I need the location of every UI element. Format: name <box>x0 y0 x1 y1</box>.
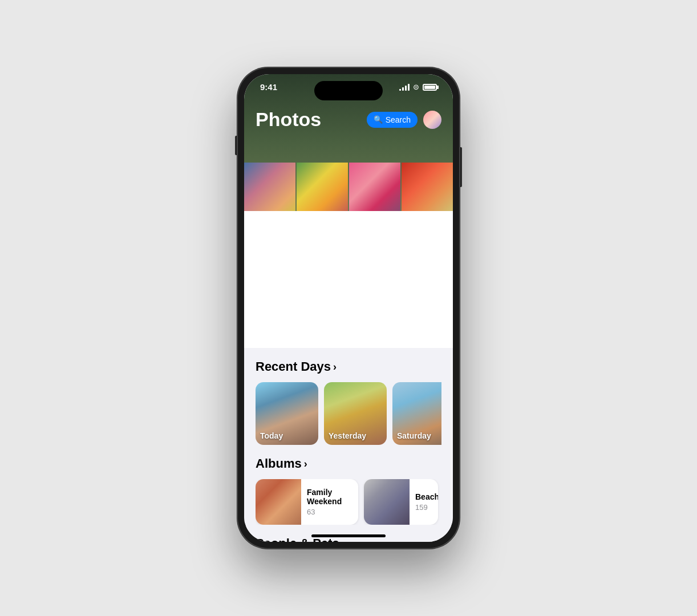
albums-row: Family Weekend 63 Beach 159 <box>256 479 441 525</box>
header-right: 🔍 Search <box>367 111 441 129</box>
status-time: 9:41 <box>260 82 277 92</box>
album-card-family-weekend[interactable]: Family Weekend 63 <box>256 479 358 525</box>
album-name-beach: Beach <box>415 492 438 501</box>
phone-frame: 9:41 ⊜ <box>237 67 460 549</box>
status-icons: ⊜ <box>399 83 437 91</box>
content-area: Recent Days › Today Yesterday <box>244 348 453 542</box>
albums-header[interactable]: Albums › <box>256 456 441 471</box>
header-photo-3 <box>349 163 400 211</box>
recent-days-section: Recent Days › Today Yesterday <box>244 359 453 445</box>
signal-bars-icon <box>399 84 410 91</box>
header-photo-4 <box>402 163 453 211</box>
signal-bar-3 <box>405 86 407 91</box>
recent-days-title: Recent Days <box>256 359 331 374</box>
day-card-today[interactable]: Today <box>256 382 318 445</box>
scroll-content[interactable]: Photos 🔍 Search Recent Days <box>244 74 453 542</box>
header-photo-1 <box>244 163 295 211</box>
albums-chevron: › <box>304 458 307 470</box>
battery-icon <box>423 84 437 91</box>
avatar[interactable] <box>423 111 441 129</box>
albums-section: Albums › Family Weekend 63 <box>244 456 453 525</box>
album-photo-beach <box>364 479 410 525</box>
album-name-family-weekend: Family Weekend <box>307 488 352 506</box>
header-photo-2 <box>297 163 348 211</box>
recent-days-header[interactable]: Recent Days › <box>256 359 441 374</box>
signal-bar-1 <box>399 89 401 91</box>
album-thumb-family-weekend <box>256 479 301 525</box>
people-pets-chevron: › <box>342 538 345 542</box>
day-label-saturday: Saturday <box>397 431 431 440</box>
album-count-family-weekend: 63 <box>307 508 352 516</box>
wifi-icon: ⊜ <box>413 83 419 91</box>
album-info-beach: Beach 159 <box>410 479 438 525</box>
signal-bar-4 <box>408 84 410 91</box>
header-photo-grid <box>244 163 453 211</box>
phone-screen: 9:41 ⊜ <box>244 74 453 542</box>
day-label-today: Today <box>260 431 283 440</box>
dynamic-island <box>314 81 383 100</box>
battery-fill <box>424 86 435 89</box>
signal-bar-2 <box>402 87 404 91</box>
search-icon: 🔍 <box>374 115 383 124</box>
search-button-label: Search <box>386 115 411 124</box>
day-card-saturday[interactable]: Saturday <box>392 382 441 445</box>
albums-title: Albums <box>256 456 302 471</box>
search-button[interactable]: 🔍 Search <box>367 112 418 128</box>
day-label-yesterday: Yesterday <box>329 431 366 440</box>
album-card-beach[interactable]: Beach 159 <box>364 479 438 525</box>
day-card-yesterday[interactable]: Yesterday <box>324 382 387 445</box>
page-title: Photos <box>256 108 321 131</box>
days-row: Today Yesterday Saturday <box>256 382 441 445</box>
album-count-beach: 159 <box>415 503 438 512</box>
recent-days-chevron: › <box>333 361 337 373</box>
album-photo-family-weekend <box>256 479 301 525</box>
album-info-family-weekend: Family Weekend 63 <box>301 479 358 525</box>
album-thumb-beach <box>364 479 410 525</box>
home-indicator <box>311 534 386 537</box>
